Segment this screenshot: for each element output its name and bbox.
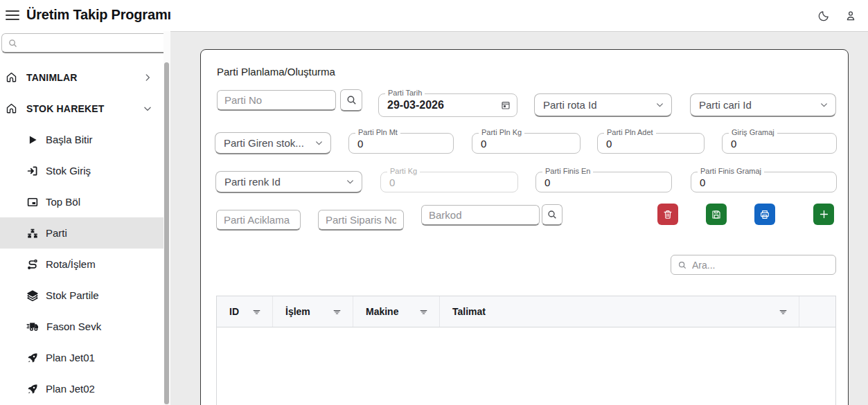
sidebar-scrollbar-thumb[interactable]	[164, 62, 169, 404]
parti-finis-en-field: Parti Finis En	[535, 172, 672, 192]
grid-search-input[interactable]	[692, 260, 829, 271]
sidebar-item-basla-bitir[interactable]: Başla Bitir	[0, 124, 163, 155]
dark-mode-icon[interactable]	[817, 10, 830, 22]
parti-renk-id-select[interactable]: Parti renk Id	[215, 171, 362, 193]
parti-pln-kg-input[interactable]	[472, 134, 580, 153]
top-bar: Üretim Takip Programı	[0, 0, 868, 31]
giris-gramaj-input[interactable]	[723, 134, 836, 153]
boxes-icon	[26, 227, 39, 240]
picture-in-picture-icon	[26, 196, 39, 208]
rocket-icon	[26, 352, 39, 364]
search-icon	[8, 38, 18, 48]
sidebar-item-fason-sevk[interactable]: Fason Sevk	[0, 311, 163, 342]
calendar-icon[interactable]	[500, 100, 511, 111]
search-icon	[346, 94, 357, 106]
panel-title: Parti Planlama/Oluşturma	[217, 66, 335, 78]
column-header-id[interactable]: ID	[217, 296, 273, 327]
filter-icon[interactable]	[251, 307, 262, 317]
search-icon	[677, 260, 687, 270]
save-button[interactable]	[706, 204, 727, 225]
column-header-makine[interactable]: Makine	[353, 296, 440, 327]
chevron-right-icon	[143, 73, 152, 82]
parti-tarih-field: Parti Tarih	[378, 93, 517, 117]
column-header-talimat[interactable]: Talimat	[440, 296, 799, 327]
sidebar-item-parti[interactable]: Parti	[0, 217, 163, 249]
grid-header-row: ID İşlem Makine Talimat	[217, 296, 835, 327]
search-icon	[547, 209, 558, 220]
column-header-extra	[799, 296, 835, 327]
sidebar-item-top-bol[interactable]: Top Böl	[0, 186, 163, 217]
plus-icon	[818, 208, 830, 220]
app-title: Üretim Takip Programı	[26, 7, 171, 23]
route-icon	[26, 258, 39, 271]
parti-finis-gramaj-field: Parti Finis Gramaj	[691, 172, 837, 192]
parti-pln-adet-input[interactable]	[598, 134, 704, 153]
user-account-icon[interactable]	[844, 10, 857, 22]
parti-cari-id-select[interactable]: Parti cari Id	[690, 93, 836, 117]
sidebar-search-box[interactable]	[1, 33, 169, 53]
parti-no-input[interactable]	[217, 90, 336, 111]
sidebar-item-plan-jet01[interactable]: Plan Jet01	[0, 342, 163, 373]
parti-pln-mt-input[interactable]	[349, 134, 453, 153]
sidebar-item-stok-hareket[interactable]: STOK HAREKET	[0, 93, 163, 124]
parti-pln-kg-field: Parti Pln Kg	[472, 133, 581, 154]
printer-icon	[759, 209, 770, 220]
column-header-islem[interactable]: İşlem	[273, 296, 353, 327]
sidebar-item-rota-islem[interactable]: Rota/İşlem	[0, 249, 163, 280]
sidebar-search-input[interactable]	[22, 37, 163, 48]
trash-icon	[662, 209, 673, 220]
parti-kg-field: Parti Kg	[380, 172, 518, 192]
home-icon	[6, 102, 17, 114]
sidebar-item-plan-jet02[interactable]: Plan Jet02	[0, 373, 163, 404]
home-icon	[6, 71, 17, 83]
sidebar-item-stok-giris[interactable]: Stok Giriş	[0, 155, 163, 186]
filter-icon[interactable]	[332, 307, 342, 317]
barkod-input[interactable]	[421, 205, 540, 226]
filter-icon[interactable]	[418, 307, 429, 317]
parti-giren-stok-select[interactable]: Parti Giren stok...	[215, 132, 331, 154]
data-grid: ID İşlem Makine Talimat	[216, 296, 836, 405]
filter-icon[interactable]	[778, 307, 788, 317]
save-icon	[711, 209, 722, 220]
sidebar-item-tanimlar[interactable]: TANIMLAR	[0, 62, 163, 93]
print-button[interactable]	[754, 204, 775, 225]
main-content: Parti Planlama/Oluşturma Parti Tarih Par…	[170, 31, 868, 405]
parti-kg-input	[381, 172, 517, 192]
parti-pln-mt-field: Parti Pln Mt	[348, 133, 454, 154]
delete-button[interactable]	[657, 204, 678, 225]
app-window: Üretim Takip Programı TANIMLAR STOK HARE…	[0, 0, 868, 405]
chevron-down-icon	[820, 100, 829, 109]
layers-icon	[26, 289, 39, 302]
parti-rota-id-select[interactable]: Parti rota Id	[534, 93, 672, 117]
truck-icon	[26, 320, 39, 333]
parti-tarih-input[interactable]	[379, 94, 517, 116]
parti-aciklama-input[interactable]	[216, 210, 301, 231]
sidebar-menu: TANIMLAR STOK HAREKET Başla Bitir Stok G…	[0, 62, 163, 404]
chevron-down-icon	[655, 100, 664, 109]
barkod-search-button[interactable]	[542, 204, 563, 226]
play-icon	[26, 134, 39, 146]
parti-finis-en-input[interactable]	[536, 172, 671, 192]
parti-no-search-button[interactable]	[340, 89, 362, 111]
parti-siparis-no-input[interactable]	[318, 210, 404, 231]
hamburger-menu-icon[interactable]	[6, 10, 19, 21]
grid-body-empty	[217, 327, 835, 405]
parti-pln-adet-field: Parti Pln Adet	[597, 133, 705, 154]
chevron-down-icon	[346, 177, 355, 186]
grid-search-box[interactable]	[671, 255, 836, 275]
sidebar: TANIMLAR STOK HAREKET Başla Bitir Stok G…	[0, 31, 170, 405]
chevron-down-icon	[315, 138, 324, 147]
giris-gramaj-field: Giriş Gramaj	[722, 133, 837, 154]
rocket-icon	[26, 383, 39, 395]
sign-in-icon	[26, 165, 39, 177]
parti-panel: Parti Planlama/Oluşturma Parti Tarih Par…	[200, 49, 849, 405]
add-button[interactable]	[813, 204, 834, 225]
sidebar-item-stok-partile[interactable]: Stok Partile	[0, 280, 163, 311]
parti-finis-gramaj-input[interactable]	[691, 172, 836, 192]
chevron-down-icon	[143, 104, 152, 114]
